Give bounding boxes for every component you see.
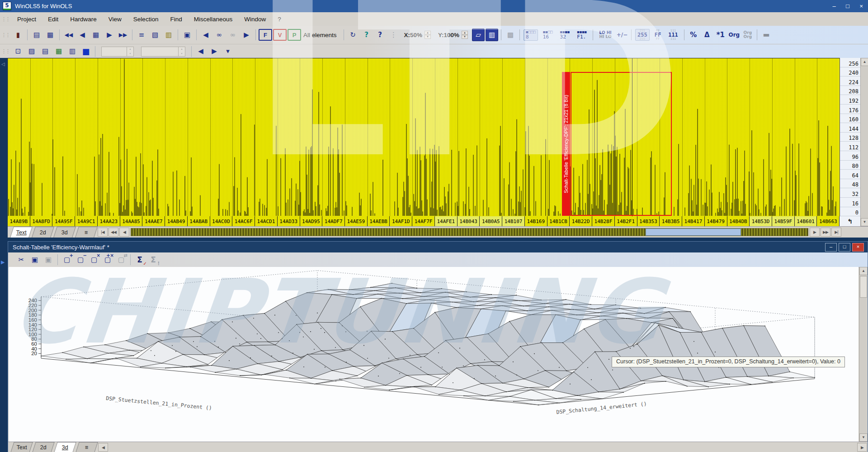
address-cell[interactable]: 14ADF7: [322, 216, 345, 226]
fast-prev-version-icon[interactable]: ◀◀: [62, 29, 75, 41]
address-cell[interactable]: 14B0A5: [480, 216, 502, 226]
checkin-window-icon[interactable]: ▤: [30, 29, 43, 41]
scroll-up-icon[interactable]: ▲: [861, 58, 868, 66]
prev-diff-icon[interactable]: ◀: [194, 45, 207, 58]
org-org-icon[interactable]: Org Org: [741, 29, 754, 41]
bit-width-button[interactable]: ■■□□16: [541, 29, 555, 41]
scroll-down-icon[interactable]: ▼: [861, 218, 868, 226]
view-tab[interactable]: 3d: [54, 442, 76, 452]
display-base-button[interactable]: 111111111: [666, 29, 680, 41]
scroll-nav-button[interactable]: ◀◀: [108, 228, 118, 237]
menu-item[interactable]: Selection: [127, 14, 165, 24]
address-cell[interactable]: 14B107: [502, 216, 525, 226]
gear-run-icon[interactable]: ↻: [347, 29, 359, 41]
diff-dropdown-icon[interactable]: ▾: [222, 45, 234, 58]
hex-2d-plot[interactable]: Schalt-Tabelle 'Efficiency-DPF': 21x21 (…: [8, 58, 840, 217]
surface-plot-area[interactable]: 24022020018016014012010080604020DSP_Stue…: [9, 267, 859, 442]
menu-item[interactable]: ?: [272, 14, 287, 24]
matrix-view-icon[interactable]: ▩: [504, 29, 517, 41]
view-tab[interactable]: ≡: [75, 227, 98, 238]
close-button[interactable]: ×: [854, 0, 868, 12]
address-cell[interactable]: 14B3B5: [660, 216, 682, 226]
scroll-nav-button[interactable]: ▶|: [831, 228, 841, 237]
address-cell[interactable]: 14B479: [705, 216, 727, 226]
compare-projects-icon[interactable]: ▦: [44, 29, 57, 41]
collapse-left-icon[interactable]: ◁: [1, 62, 5, 67]
menu-item[interactable]: Window: [238, 14, 272, 24]
spin-down-icon[interactable]: ▼: [425, 35, 431, 39]
overflow-dots-icon[interactable]: ⋮: [387, 29, 400, 41]
tree-list-icon[interactable]: ≡: [135, 29, 148, 41]
address-cell[interactable]: 14B601: [795, 216, 817, 226]
scroll-nav-button[interactable]: ◀: [119, 228, 129, 237]
address-cell[interactable]: 14AD33: [278, 216, 300, 226]
address-cell[interactable]: 14B169: [525, 216, 547, 226]
scroll-down-icon[interactable]: ▼: [859, 433, 868, 442]
view-tab[interactable]: Text: [10, 227, 33, 238]
map-selection-rect[interactable]: [571, 72, 672, 216]
address-cell[interactable]: 14B59F: [772, 216, 795, 226]
add-column-icon[interactable]: ▢+: [61, 253, 73, 266]
address-cell[interactable]: 14B353: [637, 216, 660, 226]
copy-icon[interactable]: ▣: [28, 253, 41, 266]
next-version-icon[interactable]: ▶: [103, 29, 116, 41]
x-zoom-stepper[interactable]: X:50% ▲▼: [404, 31, 431, 39]
address-cell[interactable]: 14B2F1: [615, 216, 637, 226]
address-cell[interactable]: 14AC6F: [232, 216, 255, 226]
byte-order-button[interactable]: LO HIHI LO: [596, 29, 615, 41]
view-tab[interactable]: 2d: [32, 442, 54, 452]
scroll-right-icon[interactable]: ▶: [857, 443, 867, 452]
show-factors-icon[interactable]: F: [259, 29, 272, 41]
percent-icon[interactable]: %: [687, 29, 700, 41]
org-icon[interactable]: Org: [728, 29, 741, 41]
menu-item[interactable]: Hardware: [64, 14, 103, 24]
sum-alert-icon[interactable]: Σ!: [147, 253, 160, 266]
fast-next-version-icon[interactable]: ▶▶: [117, 29, 129, 41]
show-precision-icon[interactable]: P: [288, 29, 301, 41]
signed-toggle-icon[interactable]: +/−: [616, 29, 628, 41]
menu-item[interactable]: Edit: [42, 14, 64, 24]
scroll-thumb[interactable]: [860, 276, 867, 298]
address-cell[interactable]: 14AD95: [300, 216, 323, 226]
pin-window-icon[interactable]: ▣: [181, 29, 193, 41]
address-cell[interactable]: 14B663: [817, 216, 840, 226]
maximize-button[interactable]: □: [841, 0, 854, 12]
paste-icon[interactable]: ▣: [42, 253, 55, 266]
select-hatch-icon[interactable]: ▨: [25, 45, 38, 58]
cut-icon[interactable]: ✂: [15, 253, 28, 266]
address-cell[interactable]: 14A9C1: [75, 216, 98, 226]
context-help-icon[interactable]: ?: [374, 29, 387, 41]
scroll-nav-button[interactable]: |◀: [98, 228, 108, 237]
menu-item[interactable]: View: [103, 14, 127, 24]
view-2d-icon[interactable]: ▱: [472, 29, 485, 41]
delta-icon[interactable]: Δ: [701, 29, 713, 41]
sum-check-icon[interactable]: Σ✓: [133, 253, 146, 266]
address-cell[interactable]: 14AEBB: [368, 216, 390, 226]
address-cell[interactable]: 14B53D: [750, 216, 772, 226]
scroll-left-icon[interactable]: ◀: [98, 443, 108, 452]
address-cell[interactable]: 14B1CB: [547, 216, 570, 226]
address-cell[interactable]: 14B28F: [592, 216, 615, 226]
color-swatch-icon[interactable]: ■: [80, 45, 92, 58]
map-selection-label[interactable]: Schalt-Tabelle 'Efficiency-DPF': 21x21 (…: [562, 72, 570, 216]
display-base-button[interactable]: 255255255: [635, 29, 650, 41]
map-minimize-button[interactable]: –: [825, 243, 837, 252]
select-print-icon[interactable]: ▤: [39, 45, 52, 58]
left-splitter-rail[interactable]: ◁ ▶: [0, 58, 8, 452]
address-cell[interactable]: 14AFE1: [435, 216, 458, 226]
select-pointer-icon[interactable]: ⊡: [12, 45, 24, 58]
show-values-icon[interactable]: V: [273, 29, 287, 41]
bit-width-button[interactable]: ■■■■32: [558, 29, 572, 41]
display-base-button[interactable]: FFFFFF: [652, 29, 663, 41]
address-cell[interactable]: 14ACD1: [255, 216, 278, 226]
remove-column-icon[interactable]: ▢−: [74, 253, 87, 266]
scroll-nav-button[interactable]: ▶: [810, 228, 820, 237]
hexdump-icon[interactable]: ▦: [90, 29, 102, 41]
find-maps-gray-icon[interactable]: ∞: [226, 29, 239, 41]
search-window-icon[interactable]: ▧: [149, 29, 161, 41]
add-delete-axis-icon[interactable]: ▢+×: [101, 253, 114, 266]
address-cell[interactable]: 14B417: [682, 216, 705, 226]
spin-up-icon[interactable]: ▲: [425, 31, 431, 35]
address-cell[interactable]: 14AA23: [98, 216, 120, 226]
menu-item[interactable]: Miscellaneous: [188, 14, 239, 24]
